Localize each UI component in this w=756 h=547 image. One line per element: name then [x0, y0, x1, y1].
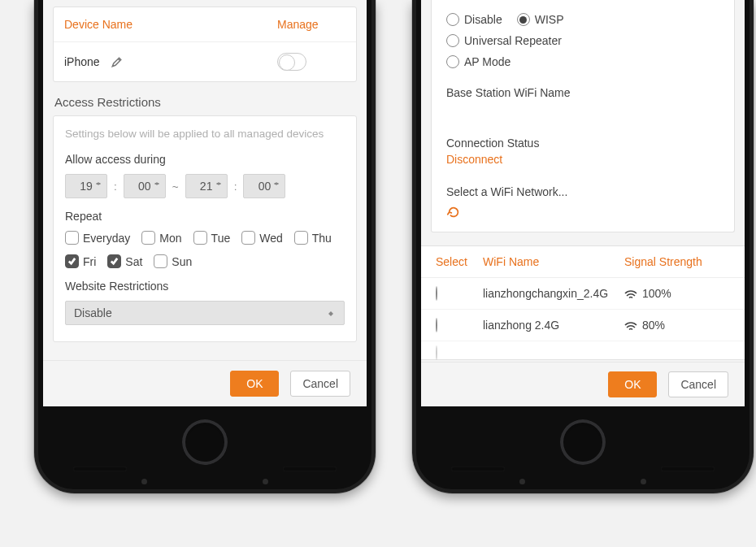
screw-icon — [519, 479, 525, 484]
allow-label: Allow access during — [65, 153, 345, 166]
days-row: Everyday Mon Tue Wed Thu Fri Sat Sun — [65, 231, 345, 268]
day-mon[interactable]: Mon — [141, 231, 181, 245]
wifi-row[interactable]: lianzhong 2.4G 80% — [421, 310, 745, 341]
radio-universal-repeater[interactable]: Universal Repeater — [446, 34, 562, 47]
speaker-grille — [283, 467, 337, 471]
manage-cell — [267, 42, 356, 81]
wifi-name: lianzhongchangxin_2.4G — [483, 287, 624, 300]
cancel-button[interactable]: Cancel — [290, 371, 350, 397]
section-title: Access Restrictions — [54, 95, 355, 109]
restrictions-panel: Settings below will be applied to all ma… — [53, 115, 357, 342]
time-colon: : — [234, 180, 237, 193]
day-tue[interactable]: Tue — [193, 231, 231, 245]
day-sat[interactable]: Sat — [107, 254, 142, 268]
restrictions-note: Settings below will be applied to all ma… — [54, 116, 356, 146]
day-label: Sat — [125, 255, 142, 268]
day-sun[interactable]: Sun — [154, 254, 192, 268]
wifi-signal: 100% — [642, 287, 671, 300]
mode-panel: Disable WISP Universal Repeater AP Mode … — [431, 0, 735, 232]
wifi-signal: 80% — [642, 319, 665, 332]
th-device-name: Device Name — [54, 7, 267, 41]
wifi-row[interactable]: lianzhongchangxin_2.4G 100% — [421, 278, 745, 310]
base-station-value-empty — [432, 102, 734, 132]
screw-icon — [641, 479, 646, 484]
radio-icon[interactable] — [436, 318, 437, 332]
radio-label: AP Mode — [464, 55, 511, 68]
min1-value: 00 — [138, 180, 151, 193]
checkbox-icon — [241, 231, 255, 245]
wr-select[interactable]: Disable — [65, 301, 345, 325]
day-everyday[interactable]: Everyday — [65, 231, 130, 245]
day-label: Everyday — [83, 232, 130, 245]
screen-right: Disable WISP Universal Repeater AP Mode … — [421, 0, 745, 406]
day-label: Fri — [83, 255, 96, 268]
radio-label: WISP — [535, 13, 564, 26]
wifi-signal-cell: 100% — [624, 287, 730, 300]
wifi-row-partial — [421, 341, 745, 359]
wr-label: Website Restrictions — [65, 280, 345, 293]
min2-value: 00 — [259, 180, 272, 193]
min2-select[interactable]: 00 — [243, 174, 285, 198]
refresh-button[interactable] — [446, 205, 719, 222]
connection-status-value: Disconnect — [446, 153, 719, 166]
screw-icon — [263, 479, 268, 484]
mode-row-1: Disable WISP — [446, 13, 719, 26]
wifi-name: lianzhong 2.4G — [483, 319, 624, 332]
checkbox-checked-icon — [65, 254, 79, 268]
phone-left: Device Name Manage iPhone Access Restri — [34, 0, 376, 493]
refresh-icon — [446, 205, 461, 219]
radio-icon — [446, 13, 459, 26]
home-button[interactable] — [182, 419, 228, 465]
phone-inner: Disable WISP Universal Repeater AP Mode … — [416, 0, 749, 489]
device-row: iPhone — [54, 42, 356, 81]
select-network-label: Select a WiFi Network... — [446, 185, 719, 198]
th-manage: Manage — [267, 7, 356, 41]
screen-left: Device Name Manage iPhone Access Restri — [43, 0, 367, 406]
mode-radios: Disable WISP Universal Repeater AP Mode — [432, 2, 734, 81]
hour1-value: 19 — [80, 180, 93, 193]
day-fri[interactable]: Fri — [65, 254, 96, 268]
radio-icon — [446, 55, 459, 68]
chevron-updown-icon — [328, 307, 337, 315]
ok-button[interactable]: OK — [230, 371, 279, 397]
hour1-select[interactable]: 19 — [65, 174, 107, 198]
speaker-grille — [661, 467, 715, 471]
checkbox-icon — [141, 231, 155, 245]
ok-button[interactable]: OK — [608, 371, 657, 397]
mode-row-2: Universal Repeater — [446, 34, 719, 47]
edit-icon[interactable] — [111, 56, 123, 68]
mode-row-3: AP Mode — [446, 55, 719, 68]
day-label: Mon — [159, 232, 181, 245]
radio-icon[interactable] — [436, 286, 437, 301]
radio-ap-mode[interactable]: AP Mode — [446, 55, 511, 68]
min1-select[interactable]: 00 — [124, 174, 166, 198]
radio-icon — [436, 345, 437, 360]
device-name-text: iPhone — [64, 55, 100, 68]
screw-icon — [141, 479, 147, 484]
day-label: Wed — [259, 232, 283, 245]
wifi-icon — [624, 321, 637, 331]
day-label: Tue — [211, 232, 231, 245]
device-name-cell: iPhone — [54, 45, 267, 79]
phone-right: Disable WISP Universal Repeater AP Mode … — [412, 0, 754, 493]
radio-disable[interactable]: Disable — [446, 13, 502, 26]
manage-toggle[interactable] — [277, 53, 306, 71]
wifi-icon — [624, 289, 637, 299]
cancel-button[interactable]: Cancel — [668, 371, 728, 397]
speaker-grille — [451, 467, 505, 471]
phone-inner: Device Name Manage iPhone Access Restri — [38, 0, 371, 489]
hour2-value: 21 — [200, 180, 213, 193]
day-wed[interactable]: Wed — [241, 231, 283, 245]
radio-icon — [446, 34, 459, 47]
wifi-table: Select WiFi Name Signal Strength lianzho… — [421, 245, 745, 360]
checkbox-icon — [154, 254, 167, 268]
day-thu[interactable]: Thu — [294, 231, 332, 245]
th-wifi-name: WiFi Name — [483, 255, 624, 268]
home-button[interactable] — [560, 419, 606, 465]
chevron-updown-icon — [94, 177, 102, 185]
checkbox-icon — [193, 231, 207, 245]
radio-wisp[interactable]: WISP — [517, 13, 564, 26]
speaker-grille — [73, 467, 127, 471]
hour2-select[interactable]: 21 — [185, 174, 228, 198]
time-colon: : — [114, 180, 117, 193]
